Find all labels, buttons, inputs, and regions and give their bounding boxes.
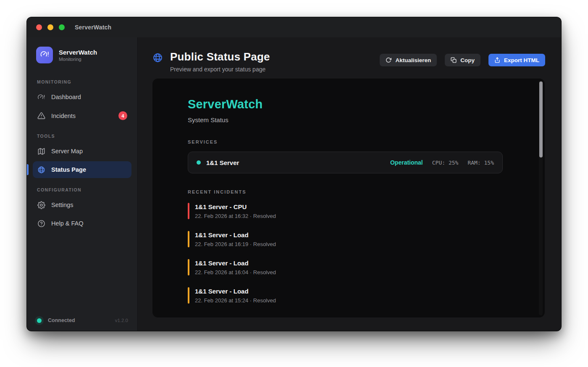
sidebar: ServerWatch Monitoring MONITORING [27, 37, 138, 331]
sidebar-item-label: Incidents [51, 113, 76, 119]
incident-item: 1&1 Server - Load 22. Feb 2026 at 16:04 … [188, 259, 503, 275]
export-html-button[interactable]: Export HTML [488, 54, 545, 66]
service-status: Operational [390, 159, 423, 166]
incident-title: 1&1 Server - CPU [195, 203, 276, 210]
sidebar-item-dashboard[interactable]: Dashboard [33, 89, 131, 105]
sidebar-item-label: Server Map [51, 148, 83, 155]
page-subtitle: Preview and export your status page [170, 66, 270, 73]
preview-scrollbar[interactable] [539, 81, 543, 315]
map-icon [37, 147, 45, 155]
refresh-button[interactable]: Aktualisieren [380, 54, 437, 66]
globe-icon [152, 52, 163, 65]
preview-brand-title: ServerWatch [188, 97, 503, 111]
app-version: v1.2.0 [115, 318, 128, 323]
incidents-section-label: RECENT INCIDENTS [188, 189, 503, 194]
sidebar-brand-name: ServerWatch [59, 49, 97, 56]
app-logo [36, 47, 53, 63]
incident-meta: 22. Feb 2026 at 16:19 · Resolved [195, 241, 276, 247]
status-page-preview: ServerWatch System Status SERVICES 1&1 S… [152, 79, 545, 317]
operational-status-dot [197, 160, 201, 165]
page-title: Public Status Page [170, 50, 270, 63]
connection-status: Connected v1.2.0 [27, 311, 137, 331]
sidebar-item-label: Status Page [51, 166, 86, 173]
scrollbar-thumb[interactable] [539, 81, 543, 157]
export-button-label: Export HTML [504, 57, 539, 63]
incident-title: 1&1 Server - Load [195, 259, 276, 267]
header-actions: Aktualisieren Copy [380, 54, 545, 66]
sidebar-item-status-page[interactable]: Status Page [33, 161, 131, 178]
gear-icon [37, 201, 45, 209]
sidebar-item-label: Dashboard [51, 94, 81, 100]
minimize-button[interactable] [47, 24, 53, 30]
app-window: ServerWatch ServerWatch [26, 17, 562, 331]
service-ram-metric: RAM: 15% [467, 160, 494, 166]
incident-severity-bar [188, 203, 189, 219]
sidebar-item-server-map[interactable]: Server Map [33, 143, 131, 160]
incident-item: 1&1 Server - Load 22. Feb 2026 at 15:24 … [188, 287, 503, 304]
window-title: ServerWatch [75, 24, 111, 31]
nav-section-monitoring: MONITORING [33, 72, 131, 89]
incident-item: 1&1 Server - Load 22. Feb 2026 at 16:19 … [188, 231, 503, 247]
sidebar-brand-subtitle: Monitoring [59, 57, 97, 62]
titlebar: ServerWatch [27, 17, 561, 37]
sidebar-item-label: Help & FAQ [51, 220, 84, 227]
sidebar-nav: MONITORING Dashboard [27, 68, 137, 233]
help-circle-icon [37, 219, 45, 228]
refresh-button-label: Aktualisieren [395, 57, 431, 63]
incident-item: 1&1 Server - CPU 22. Feb 2026 at 16:32 ·… [188, 203, 503, 219]
main-content: Public Status Page Preview and export yo… [138, 37, 561, 331]
nav-section-configuration: CONFIGURATION [33, 180, 131, 197]
gauge-alert-icon [39, 50, 50, 60]
globe-icon [37, 165, 45, 174]
incident-severity-bar [188, 287, 189, 304]
sidebar-item-settings[interactable]: Settings [33, 197, 131, 213]
incident-title: 1&1 Server - Load [195, 231, 276, 239]
incident-meta: 22. Feb 2026 at 15:24 · Resolved [195, 297, 276, 304]
service-row: 1&1 Server Operational CPU: 25% RAM: 15% [188, 152, 503, 173]
nav-section-tools: TOOLS [33, 126, 131, 143]
gauge-alert-icon [37, 93, 45, 101]
warning-triangle-icon [37, 112, 45, 120]
incident-severity-bar [188, 259, 189, 275]
zoom-button[interactable] [59, 24, 65, 30]
copy-button-label: Copy [460, 57, 475, 63]
page-header: Public Status Page Preview and export yo… [138, 37, 561, 73]
incident-severity-bar [188, 231, 189, 247]
sidebar-item-help-faq[interactable]: Help & FAQ [33, 215, 131, 232]
refresh-icon [386, 57, 391, 63]
traffic-lights [36, 24, 65, 30]
share-export-icon [494, 57, 500, 63]
sidebar-item-incidents[interactable]: Incidents 4 [33, 107, 131, 124]
incidents-count-badge: 4 [118, 111, 127, 120]
service-name: 1&1 Server [206, 159, 239, 166]
connected-status-dot [37, 318, 42, 323]
sidebar-brand: ServerWatch Monitoring [27, 37, 137, 68]
incident-meta: 22. Feb 2026 at 16:04 · Resolved [195, 269, 276, 275]
preview-subtitle: System Status [188, 116, 503, 123]
sidebar-item-label: Settings [51, 202, 73, 208]
connected-label: Connected [48, 317, 75, 323]
close-button[interactable] [36, 24, 42, 30]
copy-button[interactable]: Copy [445, 54, 480, 66]
copy-icon [451, 57, 457, 63]
incident-title: 1&1 Server - Load [195, 287, 276, 295]
service-cpu-metric: CPU: 25% [432, 160, 459, 166]
services-section-label: SERVICES [188, 139, 503, 144]
incident-list: 1&1 Server - CPU 22. Feb 2026 at 16:32 ·… [188, 203, 503, 304]
incident-meta: 22. Feb 2026 at 16:32 · Resolved [195, 213, 276, 219]
